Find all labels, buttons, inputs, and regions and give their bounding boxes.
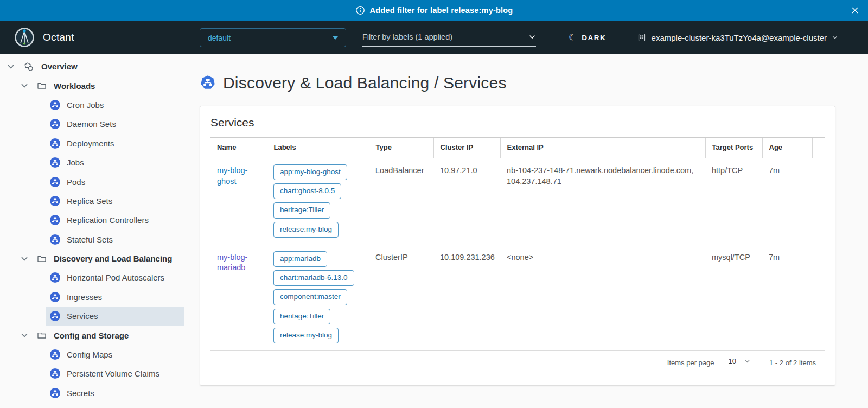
sidebar-item-daemon-sets[interactable]: Daemon Sets [46,114,184,133]
table-pagination: Items per page 10 1 - 2 of 2 items [210,350,825,375]
label-pill[interactable]: heritage:Tiller [273,309,330,324]
label-pill[interactable]: app:mariadb [273,251,327,267]
app-title: Octant [43,31,74,43]
sidebar-item-services[interactable]: Services [46,307,184,326]
theme-toggle[interactable]: ☾ DARK [569,33,606,42]
theme-toggle-label: DARK [582,34,606,42]
services-table: Name Labels Type Cluster IP External IP … [210,137,825,375]
pagination-range: 1 - 2 of 2 items [769,359,816,367]
objects-icon [23,61,34,72]
replication-controllers-icon [50,215,60,225]
namespace-select[interactable]: default [200,28,346,47]
cluster-ip: 10.97.21.0 [433,158,500,245]
sidebar-item-label: Replica Sets [67,196,112,206]
services-icon [50,311,60,321]
sidebar-item-replica-sets[interactable]: Replica Sets [46,192,184,211]
target-ports: mysql/TCP [705,245,762,350]
sidebar-item-secrets[interactable]: Secrets [46,384,184,403]
sidebar-item-cron-jobs[interactable]: Cron Jobs [46,95,184,114]
column-header-name: Name [210,138,267,158]
label-pill[interactable]: app:my-blog-ghost [273,164,347,180]
secrets-icon [50,388,60,398]
label-pill[interactable]: chart:mariadb-6.13.0 [273,270,354,286]
folder-icon [37,330,47,340]
namespace-value: default [208,34,231,42]
chevron-down-icon[interactable] [20,254,29,263]
items-per-page-select[interactable]: 10 [724,357,753,368]
card-title: Services [210,116,825,129]
sidebar-item-label: Secrets [67,388,94,398]
service-name-link[interactable]: my-blog-ghost [217,166,247,186]
target-ports: http/TCP [705,158,762,245]
cluster-selector[interactable]: example-cluster-ka3TuTzYo4a@example-clus… [637,33,838,42]
page-size-value: 10 [729,357,736,365]
sidebar-item-jobs[interactable]: Jobs [46,153,184,172]
label-filter-text: Filter by labels (1 applied) [362,33,452,41]
sidebar-item-label: Config Maps [67,350,112,359]
external-ip: <none> [500,245,705,350]
sidebar-item-label: Stateful Sets [67,235,113,244]
service-heptagon-icon [200,75,216,91]
items-per-page-label: Items per page [667,359,714,367]
sidebar-item-overview[interactable]: Overview [0,57,184,76]
service-type: ClusterIP [369,245,433,350]
services-card: Services Name Labels Type Cluster IP Ext… [200,106,835,386]
table-header-row: Name Labels Type Cluster IP External IP … [210,138,826,158]
sidebar-item-label: Replication Controllers [67,215,149,225]
column-header-cluster-ip: Cluster IP [433,138,500,158]
page-title: Discovery & Load Balancing / Services [200,74,868,92]
sidebar-item-label: Config and Storage [54,331,129,340]
close-icon[interactable] [851,6,859,15]
sidebar-item-label: Services [67,311,98,321]
label-pill[interactable]: heritage:Tiller [273,202,330,218]
chevron-down-icon[interactable] [20,81,29,90]
chevron-down-icon[interactable] [20,331,29,340]
sidebar-item-label: Jobs [67,158,84,167]
sidebar-item-label: Overview [41,62,78,71]
column-header-type: Type [369,138,433,158]
chevron-down-icon[interactable] [7,62,15,71]
deployments-icon [50,138,60,149]
sidebar-item-stateful-sets[interactable]: Stateful Sets [46,230,184,249]
label-list: app:my-blog-ghost chart:ghost-8.0.5 heri… [273,164,362,238]
label-filter-dropdown[interactable]: Filter by labels (1 applied) [362,33,536,47]
main-content: Discovery & Load Balancing / Services Se… [185,54,868,408]
persistent-volume-claims-icon [50,368,60,379]
label-pill[interactable]: release:my-blog [273,328,339,343]
label-pill[interactable]: chart:ghost-8.0.5 [273,183,341,199]
page-title-text: Discovery & Load Balancing / Services [223,74,507,92]
external-ip: nb-104-237-148-71.newark.nodebalancer.li… [500,158,705,245]
sidebar-item-label: Daemon Sets [67,119,116,129]
sidebar-item-pods[interactable]: Pods [46,172,184,191]
sidebar-item-ingresses[interactable]: Ingresses [46,288,184,307]
pods-icon [50,177,60,187]
sidebar-group-workloads[interactable]: Workloads [0,76,184,95]
column-header-target-ports: Target Ports [705,138,762,158]
sidebar-item-label: Horizontal Pod Autoscalers [67,273,164,282]
sidebar-item-horizontal-pod-autoscalers[interactable]: Horizontal Pod Autoscalers [46,268,184,287]
column-header-age: Age [762,138,812,158]
notification-bar: Added filter for label release:my-blog [0,0,868,21]
sidebar-item-replication-controllers[interactable]: Replication Controllers [46,211,184,229]
label-pill[interactable]: component:master [273,289,347,305]
table-row: my-blog-mariadb app:mariadb chart:mariad… [210,245,826,350]
folder-icon [37,81,47,91]
folder-icon [37,254,47,264]
label-pill[interactable]: release:my-blog [273,222,339,238]
horizontal-pod-autoscalers-icon [50,272,60,283]
service-name-link[interactable]: my-blog-mariadb [217,253,247,272]
chevron-down-icon [528,33,536,41]
sidebar-item-persistent-volume-claims[interactable]: Persistent Volume Claims [46,364,184,383]
chevron-down-icon [832,34,838,41]
sidebar-item-config-maps[interactable]: Config Maps [46,345,184,364]
age: 7m [762,158,812,245]
sidebar-nav: Overview Workloads Cron Jobs Daemon Sets… [0,54,184,408]
sidebar-group-discovery-load-balancing[interactable]: Discovery and Load Balancing [0,249,184,268]
sidebar-item-deployments[interactable]: Deployments [46,134,184,153]
column-header-external-ip: External IP [500,138,705,158]
sidebar-group-config-and-storage[interactable]: Config and Storage [0,326,184,345]
label-list: app:mariadb chart:mariadb-6.13.0 compone… [273,251,362,343]
sidebar-item-label: Pods [67,177,85,187]
cluster-icon [637,33,647,42]
notification-message: Added filter for label release:my-blog [370,6,513,15]
